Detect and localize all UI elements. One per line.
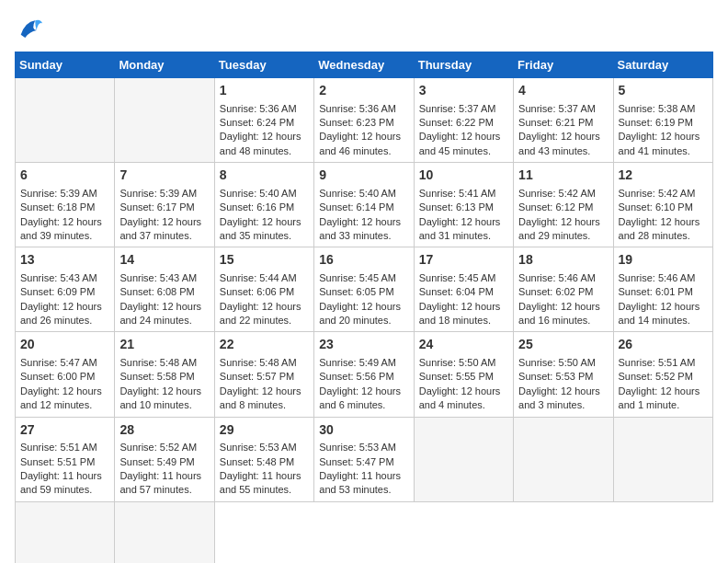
daylight-text: Daylight: 12 hours and 12 minutes. bbox=[20, 385, 102, 410]
sunrise-text: Sunrise: 5:46 AM bbox=[518, 272, 596, 283]
empty-cell bbox=[16, 78, 115, 163]
day-number: 8 bbox=[220, 167, 309, 185]
sunrise-text: Sunrise: 5:47 AM bbox=[20, 357, 97, 368]
daylight-text: Daylight: 12 hours and 20 minutes. bbox=[319, 301, 401, 326]
sunset-text: Sunset: 6:13 PM bbox=[419, 201, 494, 213]
sunset-text: Sunset: 6:12 PM bbox=[518, 201, 593, 213]
day-number: 13 bbox=[20, 251, 109, 270]
sunrise-text: Sunrise: 5:39 AM bbox=[119, 188, 197, 199]
day-cell-23: 23Sunrise: 5:49 AMSunset: 5:56 PMDayligh… bbox=[314, 332, 414, 417]
day-cell-28: 28Sunrise: 5:52 AMSunset: 5:49 PMDayligh… bbox=[115, 417, 214, 501]
sunset-text: Sunset: 6:08 PM bbox=[119, 286, 194, 297]
day-number: 15 bbox=[220, 251, 309, 270]
day-number: 1 bbox=[220, 82, 309, 100]
sunrise-text: Sunrise: 5:36 AM bbox=[319, 103, 396, 114]
sunset-text: Sunset: 6:04 PM bbox=[419, 286, 494, 297]
daylight-text: Daylight: 12 hours and 22 minutes. bbox=[220, 301, 301, 326]
calendar-table: SundayMondayTuesdayWednesdayThursdayFrid… bbox=[15, 52, 713, 563]
daylight-text: Daylight: 12 hours and 6 minutes. bbox=[319, 385, 401, 410]
daylight-text: Daylight: 11 hours and 55 minutes. bbox=[220, 470, 301, 495]
day-number: 3 bbox=[419, 82, 508, 100]
sunrise-text: Sunrise: 5:53 AM bbox=[319, 442, 396, 453]
sunrise-text: Sunrise: 5:53 AM bbox=[220, 442, 297, 453]
day-cell-4: 4Sunrise: 5:37 AMSunset: 6:21 PMDaylight… bbox=[514, 78, 613, 163]
day-number: 30 bbox=[319, 421, 408, 440]
day-cell-25: 25Sunrise: 5:50 AMSunset: 5:53 PMDayligh… bbox=[514, 332, 613, 417]
sunrise-text: Sunrise: 5:43 AM bbox=[119, 272, 197, 283]
day-cell-3: 3Sunrise: 5:37 AMSunset: 6:22 PMDaylight… bbox=[414, 78, 513, 163]
empty-cell bbox=[414, 417, 513, 501]
sunset-text: Sunset: 6:06 PM bbox=[220, 286, 294, 297]
sunset-text: Sunset: 5:52 PM bbox=[619, 371, 693, 382]
sunrise-text: Sunrise: 5:50 AM bbox=[419, 357, 496, 368]
sunrise-text: Sunrise: 5:50 AM bbox=[518, 357, 596, 368]
sunrise-text: Sunrise: 5:48 AM bbox=[119, 357, 197, 368]
day-number: 5 bbox=[619, 82, 708, 100]
day-cell-30: 30Sunrise: 5:53 AMSunset: 5:47 PMDayligh… bbox=[314, 417, 414, 501]
daylight-text: Daylight: 12 hours and 16 minutes. bbox=[518, 301, 600, 326]
page-header bbox=[15, 15, 713, 40]
daylight-text: Daylight: 12 hours and 10 minutes. bbox=[119, 385, 201, 410]
sunset-text: Sunset: 5:58 PM bbox=[119, 371, 194, 382]
day-number: 11 bbox=[518, 167, 608, 185]
weekday-header-sunday: Sunday bbox=[16, 52, 115, 78]
daylight-text: Daylight: 12 hours and 43 minutes. bbox=[518, 131, 600, 155]
day-cell-6: 6Sunrise: 5:39 AMSunset: 6:18 PMDaylight… bbox=[16, 163, 115, 247]
daylight-text: Daylight: 12 hours and 8 minutes. bbox=[220, 385, 301, 410]
sunrise-text: Sunrise: 5:46 AM bbox=[619, 272, 696, 283]
daylight-text: Daylight: 12 hours and 48 minutes. bbox=[220, 131, 301, 155]
sunrise-text: Sunrise: 5:51 AM bbox=[619, 357, 696, 368]
daylight-text: Daylight: 12 hours and 35 minutes. bbox=[220, 216, 301, 241]
day-number: 23 bbox=[319, 336, 408, 354]
sunrise-text: Sunrise: 5:48 AM bbox=[220, 357, 297, 368]
day-cell-13: 13Sunrise: 5:43 AMSunset: 6:09 PMDayligh… bbox=[16, 247, 115, 332]
day-number: 29 bbox=[220, 421, 309, 440]
daylight-text: Daylight: 12 hours and 3 minutes. bbox=[518, 385, 600, 410]
day-cell-8: 8Sunrise: 5:40 AMSunset: 6:16 PMDaylight… bbox=[214, 163, 313, 247]
day-cell-15: 15Sunrise: 5:44 AMSunset: 6:06 PMDayligh… bbox=[214, 247, 313, 332]
day-number: 17 bbox=[419, 251, 508, 270]
sunset-text: Sunset: 6:01 PM bbox=[619, 286, 693, 297]
day-cell-14: 14Sunrise: 5:43 AMSunset: 6:08 PMDayligh… bbox=[115, 247, 214, 332]
weekday-header-wednesday: Wednesday bbox=[314, 52, 414, 78]
day-number: 20 bbox=[20, 336, 109, 354]
sunset-text: Sunset: 5:56 PM bbox=[319, 371, 393, 382]
weekday-header-monday: Monday bbox=[115, 52, 214, 78]
day-cell-21: 21Sunrise: 5:48 AMSunset: 5:58 PMDayligh… bbox=[115, 332, 214, 417]
day-number: 21 bbox=[119, 336, 209, 354]
sunset-text: Sunset: 6:14 PM bbox=[319, 201, 393, 213]
day-cell-5: 5Sunrise: 5:38 AMSunset: 6:19 PMDaylight… bbox=[613, 78, 712, 163]
day-number: 7 bbox=[119, 167, 209, 185]
day-number: 25 bbox=[518, 336, 608, 354]
sunset-text: Sunset: 6:10 PM bbox=[619, 201, 693, 213]
daylight-text: Daylight: 12 hours and 37 minutes. bbox=[119, 216, 201, 241]
daylight-text: Daylight: 12 hours and 33 minutes. bbox=[319, 216, 401, 241]
sunrise-text: Sunrise: 5:42 AM bbox=[518, 188, 596, 199]
sunset-text: Sunset: 6:19 PM bbox=[619, 117, 693, 128]
sunrise-text: Sunrise: 5:39 AM bbox=[20, 188, 97, 199]
logo bbox=[15, 15, 48, 40]
day-number: 9 bbox=[319, 167, 408, 185]
sunrise-text: Sunrise: 5:38 AM bbox=[619, 103, 696, 114]
day-number: 24 bbox=[419, 336, 508, 354]
day-cell-22: 22Sunrise: 5:48 AMSunset: 5:57 PMDayligh… bbox=[214, 332, 313, 417]
day-cell-24: 24Sunrise: 5:50 AMSunset: 5:55 PMDayligh… bbox=[414, 332, 513, 417]
sunset-text: Sunset: 5:48 PM bbox=[220, 456, 294, 467]
sunset-text: Sunset: 5:51 PM bbox=[20, 456, 95, 467]
sunset-text: Sunset: 6:24 PM bbox=[220, 117, 294, 128]
sunrise-text: Sunrise: 5:40 AM bbox=[319, 188, 396, 199]
sunrise-text: Sunrise: 5:37 AM bbox=[419, 103, 496, 114]
sunset-text: Sunset: 6:16 PM bbox=[220, 201, 294, 213]
sunrise-text: Sunrise: 5:45 AM bbox=[419, 272, 496, 283]
sunrise-text: Sunrise: 5:52 AM bbox=[119, 442, 197, 453]
weekday-header-tuesday: Tuesday bbox=[214, 52, 313, 78]
daylight-text: Daylight: 11 hours and 57 minutes. bbox=[119, 470, 201, 495]
day-cell-17: 17Sunrise: 5:45 AMSunset: 6:04 PMDayligh… bbox=[414, 247, 513, 332]
sunrise-text: Sunrise: 5:41 AM bbox=[419, 188, 496, 199]
day-cell-26: 26Sunrise: 5:51 AMSunset: 5:52 PMDayligh… bbox=[613, 332, 712, 417]
day-cell-2: 2Sunrise: 5:36 AMSunset: 6:23 PMDaylight… bbox=[314, 78, 414, 163]
day-cell-10: 10Sunrise: 5:41 AMSunset: 6:13 PMDayligh… bbox=[414, 163, 513, 247]
sunrise-text: Sunrise: 5:40 AM bbox=[220, 188, 297, 199]
sunset-text: Sunset: 5:53 PM bbox=[518, 371, 593, 382]
sunrise-text: Sunrise: 5:44 AM bbox=[220, 272, 297, 283]
